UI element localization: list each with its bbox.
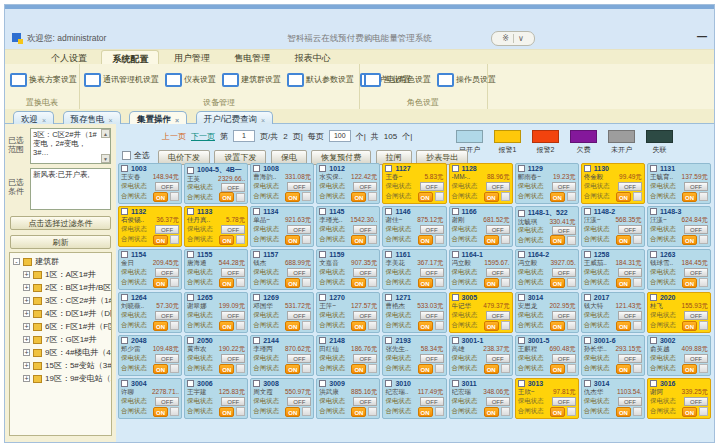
card-checkbox[interactable] <box>518 251 525 258</box>
switch-on-button[interactable]: ON <box>682 407 697 417</box>
card-checkbox[interactable] <box>385 337 392 344</box>
tree-item[interactable]: + 4区：D区1#井（D区1 <box>10 307 111 320</box>
range-box[interactable]: 3区：C区2#井（1#变电，2#变电，3#… ▲ ▼ <box>30 128 111 164</box>
switch-on-button[interactable]: ON <box>285 321 300 331</box>
power-off-button[interactable]: OFF <box>353 225 377 234</box>
power-off-button[interactable]: OFF <box>353 268 377 277</box>
switch-on-button[interactable]: ON <box>219 407 234 417</box>
switch-on-button[interactable]: ON <box>616 278 631 288</box>
card-checkbox[interactable] <box>319 294 326 301</box>
meter-card[interactable]: 2148 田红仙 186.76元 保电状态 OFF 合闸状态 ON <box>316 335 380 376</box>
meter-card[interactable]: 1164-2 冯立毅 3927.05. 保电状态 OFF 合闸状态 ON <box>515 249 579 290</box>
expander-icon[interactable]: + <box>23 284 30 291</box>
power-off-button[interactable]: OFF <box>552 182 576 191</box>
power-off-button[interactable]: OFF <box>155 268 179 277</box>
meter-card[interactable]: 1164-1 冯立毅 1595.67. 保电状态 OFF 合闸状态 ON <box>449 249 513 290</box>
tree-item[interactable]: + 1区：A区1#井 <box>10 268 111 281</box>
meter-card[interactable]: 1133 佳丹真.. 5.78元 保电状态 OFF 合闸状态 ON <box>184 206 248 247</box>
power-off-button[interactable]: OFF <box>618 397 642 406</box>
meter-card[interactable]: 1263 钱球雪.. 184.45元 保电状态 OFF 合闸状态 ON <box>647 249 711 290</box>
card-checkbox[interactable] <box>518 210 525 217</box>
power-off-button[interactable]: OFF <box>353 311 377 320</box>
expander-icon[interactable]: + <box>23 362 30 369</box>
power-off-button[interactable]: OFF <box>221 225 245 234</box>
power-off-button[interactable]: OFF <box>486 268 510 277</box>
meter-card[interactable]: 2050 黄市农 190.22元 保电状态 OFF 合闸状态 ON <box>184 335 248 376</box>
switch-on-button[interactable]: ON <box>285 407 300 417</box>
meter-card[interactable]: 1003 王安春 148.94元 保电状态 OFF 合闸状态 ON <box>118 163 182 204</box>
filter-button[interactable]: 点击选择过滤条件 <box>10 216 111 230</box>
switch-on-button[interactable]: ON <box>351 235 366 245</box>
power-off-button[interactable]: OFF <box>221 268 245 277</box>
power-off-button[interactable]: OFF <box>420 311 444 320</box>
power-off-button[interactable]: OFF <box>420 268 444 277</box>
power-off-button[interactable]: OFF <box>552 226 576 235</box>
power-off-button[interactable]: OFF <box>618 182 642 191</box>
meter-card[interactable]: 3001-5 王麒程 690.48元 保电状态 OFF 合闸状态 ON <box>515 335 579 376</box>
tree-item[interactable]: + 15区：5#变站（3#变 <box>10 359 111 372</box>
meter-card[interactable]: 1264 刘晓薇.. 57.30元 保电状态 OFF 合闸状态 ON <box>118 292 182 333</box>
scroll-down-icon[interactable]: ▼ <box>101 154 110 163</box>
card-checkbox[interactable] <box>253 165 260 172</box>
card-checkbox[interactable] <box>452 380 459 387</box>
card-checkbox[interactable] <box>319 165 326 172</box>
card-checkbox[interactable] <box>518 380 525 387</box>
next-page-link[interactable]: 下一页 <box>191 131 215 142</box>
card-checkbox[interactable] <box>452 251 459 258</box>
meter-card[interactable]: 1265 谢翠娜 199.09元 保电状态 OFF 合闸状态 ON <box>184 292 248 333</box>
scroll-up-icon[interactable]: ▲ <box>101 129 110 138</box>
switch-on-button[interactable]: ON <box>484 278 499 288</box>
power-off-button[interactable]: OFF <box>420 182 444 191</box>
power-off-button[interactable]: OFF <box>486 354 510 363</box>
ribbon-button[interactable]: 建筑群设置 <box>222 73 281 87</box>
power-off-button[interactable]: OFF <box>618 354 642 363</box>
card-checkbox[interactable] <box>518 294 525 301</box>
meter-card[interactable]: 3013 王欣~ 97.81元 保电状态 OFF 合闸状态 ON <box>515 378 579 419</box>
close-icon[interactable]: × <box>109 117 113 124</box>
meter-card[interactable]: 1161 李美花 367.17元 保电状态 OFF 合闸状态 ON <box>382 249 446 290</box>
switch-on-button[interactable]: ON <box>219 192 234 202</box>
expander-icon[interactable]: + <box>23 297 30 304</box>
card-checkbox[interactable] <box>584 337 591 344</box>
ribbon-button[interactable]: 营业角色设置 <box>364 73 431 87</box>
condition-box[interactable]: 新风表:已开户表, <box>30 168 111 210</box>
card-checkbox[interactable] <box>121 294 128 301</box>
meter-card[interactable]: 1154 金日 209.45元 保电状态 OFF 合闸状态 ON <box>118 249 182 290</box>
expander-icon[interactable]: + <box>23 323 30 330</box>
switch-on-button[interactable]: ON <box>153 235 168 245</box>
switch-on-button[interactable]: ON <box>484 235 499 245</box>
meter-card[interactable]: 3001-1 高雄 238.37元 保电状态 OFF 合闸状态 ON <box>449 335 513 376</box>
card-checkbox[interactable] <box>121 251 128 258</box>
tree-item[interactable]: + 7区：G区1#井 <box>10 333 111 346</box>
meter-card[interactable]: 3005 牛记华 479.37元 保电状态 OFF 合闸状态 ON <box>449 292 513 333</box>
switch-on-button[interactable]: ON <box>682 278 697 288</box>
card-checkbox[interactable] <box>319 380 326 387</box>
card-checkbox[interactable] <box>121 380 128 387</box>
card-checkbox[interactable] <box>121 337 128 344</box>
card-checkbox[interactable] <box>187 251 194 258</box>
switch-on-button[interactable]: ON <box>351 192 366 202</box>
meter-card[interactable]: 1127 王春~ 5.83元 保电状态 OFF 合闸状态 ON <box>382 163 446 204</box>
select-all-checkbox[interactable] <box>122 151 131 160</box>
card-checkbox[interactable] <box>385 380 392 387</box>
switch-on-button[interactable]: ON <box>484 192 499 202</box>
switch-on-button[interactable]: ON <box>285 278 300 288</box>
meter-card[interactable]: 1128 -MM-.. 88.96元 保电状态 OFF 合闸状态 ON <box>449 163 513 204</box>
meter-card[interactable]: 2144 李瑾丙 870.62元 保电状态 OFF 合闸状态 ON <box>250 335 314 376</box>
tree-root[interactable]: - 建筑群 <box>10 255 111 268</box>
card-checkbox[interactable] <box>518 165 525 172</box>
per-page-input[interactable]: 100 <box>329 130 351 142</box>
meter-card[interactable]: 1148-3 汪漾~ 624.84元 保电状态 OFF 合闸状态 ON <box>647 206 711 247</box>
ribbon-button[interactable]: 仪表设置 <box>165 73 216 87</box>
switch-on-button[interactable]: ON <box>153 407 168 417</box>
power-off-button[interactable]: OFF <box>684 182 708 191</box>
power-off-button[interactable]: OFF <box>287 268 311 277</box>
card-checkbox[interactable] <box>253 294 260 301</box>
card-checkbox[interactable] <box>253 380 260 387</box>
power-off-button[interactable]: OFF <box>221 397 245 406</box>
power-off-button[interactable]: OFF <box>155 397 179 406</box>
switch-on-button[interactable]: ON <box>418 364 433 374</box>
switch-on-button[interactable]: ON <box>351 407 366 417</box>
meter-card[interactable]: 1155 唐海通 544.28元 保电状态 OFF 合闸状态 ON <box>184 249 248 290</box>
card-checkbox[interactable] <box>253 251 260 258</box>
